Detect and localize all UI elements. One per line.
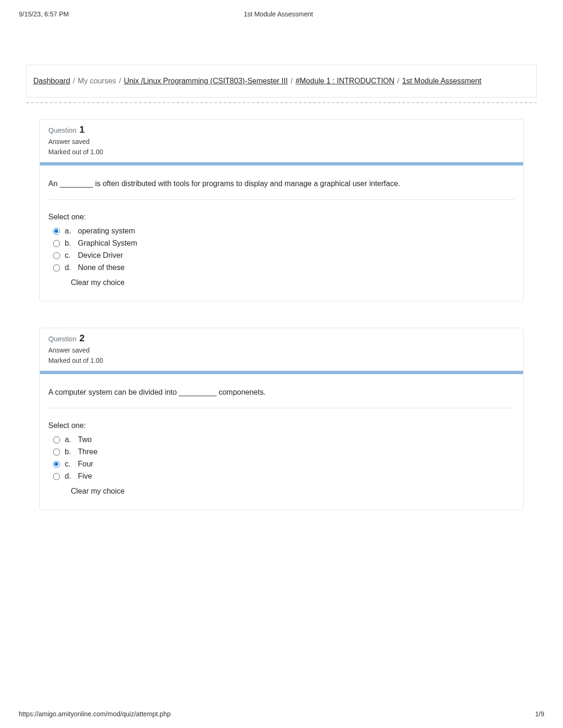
question-number: 2	[79, 333, 84, 343]
option-row[interactable]: b.Graphical System	[48, 237, 515, 249]
option-label: Four	[78, 460, 93, 468]
question-grade: Marked out of 1.00	[48, 357, 515, 364]
option-radio[interactable]	[53, 473, 60, 480]
dashed-divider	[26, 102, 537, 103]
print-title: 1st Module Assessment	[243, 10, 313, 18]
option-label: Five	[78, 472, 92, 480]
option-radio[interactable]	[53, 240, 60, 247]
option-radio[interactable]	[53, 264, 60, 271]
question-title: Question 1	[48, 124, 515, 135]
option-label: None of these	[78, 263, 125, 272]
breadcrumb-separator: /	[116, 77, 124, 85]
print-header: 9/15/23, 6:57 PM 1st Module Assessment	[0, 0, 563, 22]
option-row[interactable]: d.Five	[48, 470, 515, 482]
breadcrumb-box: Dashboard/My courses/Unix /Linux Program…	[26, 65, 537, 98]
print-page-number: 1/9	[535, 710, 544, 718]
option-letter: c.	[65, 251, 78, 260]
question-header: Question 1Answer savedMarked out of 1.00	[40, 120, 523, 162]
select-one-label: Select one:	[48, 213, 515, 221]
question-divider	[40, 162, 523, 165]
breadcrumb-text: My courses	[78, 77, 116, 85]
print-timestamp: 9/15/23, 6:57 PM	[19, 10, 69, 18]
clear-choice-link[interactable]: Clear my choice	[71, 487, 515, 495]
option-radio[interactable]	[53, 461, 60, 468]
option-row[interactable]: c.Device Driver	[48, 249, 515, 262]
option-row[interactable]: d.None of these	[48, 262, 515, 274]
question-divider	[40, 371, 523, 374]
question-card: Question 2Answer savedMarked out of 1.00…	[39, 328, 524, 510]
question-state: Answer saved	[48, 346, 515, 354]
breadcrumb-link[interactable]: #Module 1 : INTRODUCTION	[296, 77, 395, 85]
select-one-label: Select one:	[48, 421, 515, 430]
option-label: operating system	[78, 227, 135, 235]
breadcrumb-link[interactable]: Dashboard	[33, 77, 70, 85]
option-letter: d.	[65, 472, 78, 480]
question-body: An ________ is often distributed with to…	[40, 165, 523, 301]
option-letter: b.	[65, 239, 78, 248]
option-label: Graphical System	[78, 239, 137, 248]
option-letter: b.	[65, 448, 78, 456]
question-header: Question 2Answer savedMarked out of 1.00	[40, 328, 523, 371]
print-footer: https://amigo.amityonline.com/mod/quiz/a…	[0, 710, 563, 728]
print-url: https://amigo.amityonline.com/mod/quiz/a…	[19, 710, 171, 718]
clear-choice-link[interactable]: Clear my choice	[71, 278, 515, 287]
breadcrumb-link[interactable]: 1st Module Assessment	[402, 77, 481, 85]
breadcrumb-link[interactable]: Unix /Linux Programming (CSIT803)-Semest…	[124, 77, 288, 85]
breadcrumb: Dashboard/My courses/Unix /Linux Program…	[33, 74, 530, 89]
options-list: a.Twob.Threec.Fourd.Five	[48, 434, 515, 482]
question-number: 1	[79, 124, 84, 135]
option-radio[interactable]	[53, 449, 60, 456]
option-label: Three	[78, 448, 98, 456]
breadcrumb-separator: /	[395, 77, 402, 85]
question-text: A computer system can be divided into __…	[48, 388, 515, 408]
question-text: An ________ is often distributed with to…	[48, 180, 515, 200]
option-label: Two	[78, 435, 91, 444]
option-letter: d.	[65, 263, 78, 272]
option-radio[interactable]	[53, 228, 60, 235]
option-row[interactable]: c.Four	[48, 458, 515, 470]
breadcrumb-separator: /	[288, 77, 295, 85]
question-title: Question 2	[48, 333, 515, 344]
question-card: Question 1Answer savedMarked out of 1.00…	[39, 119, 524, 301]
option-letter: c.	[65, 460, 78, 468]
option-label: Device Driver	[78, 251, 123, 260]
question-body: A computer system can be divided into __…	[40, 374, 523, 510]
option-letter: a.	[65, 435, 78, 444]
question-grade: Marked out of 1.00	[48, 148, 515, 156]
option-letter: a.	[65, 227, 78, 235]
option-radio[interactable]	[53, 436, 60, 443]
option-radio[interactable]	[53, 252, 60, 259]
breadcrumb-separator: /	[70, 77, 77, 85]
question-state: Answer saved	[48, 138, 515, 145]
option-row[interactable]: a.Two	[48, 434, 515, 446]
option-row[interactable]: b.Three	[48, 446, 515, 458]
option-row[interactable]: a.operating system	[48, 225, 515, 237]
options-list: a.operating systemb.Graphical Systemc.De…	[48, 225, 515, 274]
